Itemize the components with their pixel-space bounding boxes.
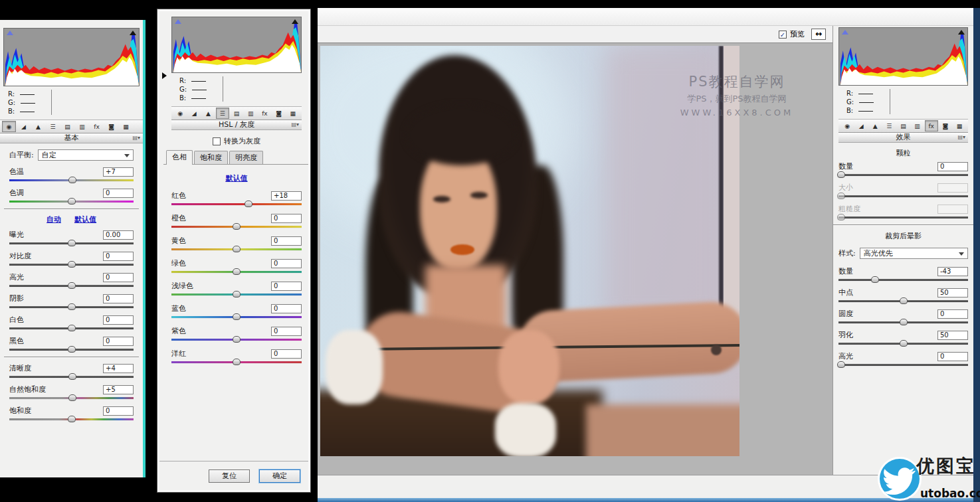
camera-calibration-icon[interactable]: ◙ <box>104 121 118 132</box>
slider-track[interactable] <box>9 306 134 309</box>
slider-thumb[interactable] <box>837 214 845 220</box>
shadow-clipping-indicator[interactable] <box>842 30 848 35</box>
slider-track[interactable] <box>9 201 134 203</box>
highlight-clipping-indicator[interactable] <box>292 19 298 24</box>
slider-value-input[interactable]: 0 <box>937 352 968 361</box>
slider-thumb[interactable] <box>233 246 241 252</box>
slider-thumb[interactable] <box>68 373 76 380</box>
shadow-clipping-indicator[interactable] <box>175 19 181 24</box>
fullscreen-toggle-icon[interactable]: ↔ <box>811 29 826 40</box>
slider-value-input[interactable]: +4 <box>103 364 134 373</box>
slider-thumb[interactable] <box>68 240 76 246</box>
slider-value-input[interactable]: 0 <box>271 282 302 291</box>
slider-thumb[interactable] <box>837 361 845 368</box>
slider-track[interactable] <box>171 339 302 341</box>
camera-calibration-icon[interactable]: ◙ <box>272 108 286 119</box>
slider-value-input[interactable]: 0 <box>103 252 134 261</box>
hsl-grayscale-icon[interactable]: ☰ <box>216 108 229 119</box>
slider-thumb[interactable] <box>233 291 241 297</box>
basic-icon[interactable]: ◉ <box>840 120 854 131</box>
slider-thumb[interactable] <box>233 359 241 365</box>
highlight-clipping-indicator[interactable] <box>130 31 136 35</box>
tab-luminance[interactable]: 明亮度 <box>229 151 263 164</box>
white-balance-select[interactable]: 自定 <box>38 149 134 161</box>
collapse-arrow-icon[interactable] <box>162 72 167 79</box>
slider-value-input[interactable]: 0 <box>937 162 968 171</box>
slider-thumb[interactable] <box>837 193 845 199</box>
slider-track[interactable] <box>838 195 968 198</box>
slider-value-input[interactable]: 50 <box>937 288 968 297</box>
panel-menu-icon[interactable]: ▤▾ <box>132 135 140 141</box>
lens-corrections-icon[interactable]: ▥ <box>911 120 924 131</box>
ok-button[interactable]: 确定 <box>259 469 300 483</box>
slider-value-input[interactable]: 0.00 <box>103 230 134 240</box>
slider-track[interactable] <box>9 397 134 400</box>
slider-track[interactable] <box>9 418 134 421</box>
tone-curve-icon[interactable]: ◢ <box>17 121 31 132</box>
slider-track[interactable] <box>9 285 134 288</box>
slider-thumb[interactable] <box>233 223 241 230</box>
slider-track[interactable] <box>838 216 968 219</box>
slider-thumb[interactable] <box>68 198 76 205</box>
slider-thumb[interactable] <box>233 268 241 275</box>
hsl-grayscale-icon[interactable]: ☰ <box>46 121 60 132</box>
slider-track[interactable] <box>9 179 134 182</box>
slider-thumb[interactable] <box>837 171 845 178</box>
tone-curve-icon[interactable]: ◢ <box>187 108 201 119</box>
slider-track[interactable] <box>171 361 302 364</box>
slider-value-input[interactable]: 0 <box>103 273 134 282</box>
slider-value-input[interactable]: +18 <box>271 191 302 201</box>
slider-track[interactable] <box>9 349 134 351</box>
slider-thumb[interactable] <box>233 313 241 320</box>
highlight-clipping-indicator[interactable] <box>958 30 965 35</box>
slider-value-input[interactable]: 50 <box>937 331 968 340</box>
slider-value-input[interactable]: 0 <box>271 236 302 246</box>
slider-thumb[interactable] <box>68 346 76 353</box>
slider-value-input[interactable]: +5 <box>103 385 134 394</box>
panel-menu-icon[interactable]: ▤▾ <box>957 134 965 141</box>
slider-thumb[interactable] <box>871 276 879 283</box>
reset-button[interactable]: 复位 <box>209 469 250 483</box>
presets-icon[interactable]: ▦ <box>119 121 133 132</box>
slider-track[interactable] <box>9 376 134 378</box>
basic-icon[interactable]: ◉ <box>173 108 187 119</box>
slider-track[interactable] <box>838 364 968 367</box>
slider-value-input[interactable]: 0 <box>271 327 302 336</box>
slider-thumb[interactable] <box>68 261 76 268</box>
slider-value-input[interactable]: 0 <box>103 337 134 346</box>
presets-icon[interactable]: ▦ <box>953 120 966 131</box>
slider-track[interactable] <box>838 300 968 303</box>
camera-calibration-icon[interactable]: ◙ <box>939 120 952 131</box>
slider-track[interactable] <box>9 327 134 330</box>
slider-value-input[interactable]: 0 <box>103 189 134 198</box>
slider-value-input[interactable]: 0 <box>937 309 968 319</box>
split-toning-icon[interactable]: ▤ <box>60 121 74 132</box>
slider-thumb[interactable] <box>68 177 76 183</box>
slider-thumb[interactable] <box>68 325 76 331</box>
slider-thumb[interactable] <box>68 394 76 401</box>
slider-value-input[interactable]: -43 <box>937 267 968 276</box>
slider-value-input[interactable]: 0 <box>103 294 134 303</box>
tab-saturation[interactable]: 饱和度 <box>194 151 228 164</box>
slider-value-input[interactable]: 0 <box>271 259 302 268</box>
default-link[interactable]: 默认值 <box>74 214 96 224</box>
slider-track[interactable] <box>171 316 302 319</box>
tone-curve-icon[interactable]: ◢ <box>854 120 868 131</box>
slider-value-input[interactable]: 0 <box>271 304 302 313</box>
detail-icon[interactable]: ▲ <box>201 108 215 119</box>
slider-thumb[interactable] <box>900 319 908 325</box>
auto-link[interactable]: 自动 <box>47 214 61 224</box>
slider-track[interactable] <box>171 203 302 206</box>
slider-value-input[interactable]: 0 <box>271 214 302 223</box>
slider-track[interactable] <box>171 271 302 274</box>
lens-corrections-icon[interactable]: ▥ <box>75 121 89 132</box>
hsl-grayscale-icon[interactable]: ☰ <box>882 120 896 131</box>
slider-value-input[interactable] <box>937 183 968 193</box>
slider-track[interactable] <box>171 226 302 228</box>
panel-menu-icon[interactable]: ▤▾ <box>291 122 299 128</box>
slider-thumb[interactable] <box>68 282 76 289</box>
split-toning-icon[interactable]: ▤ <box>896 120 910 131</box>
slider-track[interactable] <box>838 279 968 282</box>
slider-track[interactable] <box>171 293 302 296</box>
slider-track[interactable] <box>9 242 134 245</box>
